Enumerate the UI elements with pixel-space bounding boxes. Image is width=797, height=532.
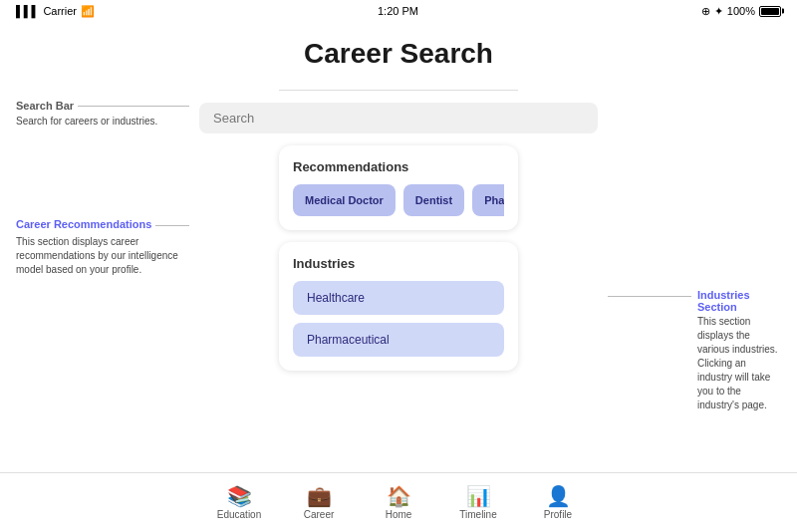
nav-item-career[interactable]: 💼 Career [279, 480, 359, 526]
rec-chip-medical-doctor[interactable]: Medical Doctor [293, 184, 396, 216]
industries-annotation-line-wrapper: Industries Section This section displays… [608, 289, 781, 412]
status-right: ⊕ ✦ 100% [701, 5, 781, 18]
rec-chip-dentist[interactable]: Dentist [403, 184, 464, 216]
page-title: Career Search [0, 38, 797, 70]
rec-chip-pha[interactable]: Pha... [472, 184, 504, 216]
education-icon: 📚 [227, 486, 252, 506]
page-title-wrapper: Career Search [0, 38, 797, 70]
home-label: Home [386, 509, 412, 520]
profile-label: Profile [544, 509, 572, 520]
career-rec-h-line [155, 225, 189, 226]
career-rec-annotation-text: This section displays career recommendat… [16, 235, 189, 277]
industries-annotation-wrapper: Industries Section This section displays… [608, 289, 781, 412]
search-input[interactable] [199, 103, 598, 133]
recommendations-row: Medical Doctor Dentist Pha... [293, 184, 504, 216]
career-label: Career [304, 509, 335, 520]
education-label: Education [217, 509, 261, 520]
industries-h-line [608, 296, 691, 297]
search-bar-annotation: Search Bar Search for careers or industr… [16, 100, 189, 129]
industries-annotation-text: This section displays the various indust… [697, 315, 781, 412]
recommendations-title: Recommendations [293, 159, 504, 174]
nav-item-profile[interactable]: 👤 Profile [518, 480, 598, 526]
location-icon: ⊕ [701, 5, 710, 18]
career-rec-annotation: Career Recommendations This section disp… [16, 218, 189, 277]
status-carrier: ▌▌▌ Carrier 📶 [16, 5, 95, 18]
nav-item-education[interactable]: 📚 Education [199, 480, 279, 526]
center-phone: Recommendations Medical Doctor Dentist P… [199, 90, 598, 412]
industries-annotation-title: Industries Section [697, 289, 781, 313]
right-annotations: Industries Section This section displays… [598, 90, 797, 412]
industries-annotation: Industries Section This section displays… [697, 289, 781, 412]
status-bar: ▌▌▌ Carrier 📶 1:20 PM ⊕ ✦ 100% [0, 0, 797, 22]
industries-card: Industries Healthcare Pharmaceutical [279, 242, 518, 371]
carrier-label: Carrier [43, 5, 77, 17]
wifi-icon: 📶 [81, 5, 95, 18]
signal-icon: ▌▌▌ [16, 5, 39, 17]
industry-item-pharmaceutical[interactable]: Pharmaceutical [293, 323, 504, 357]
main-layout: Search Bar Search for careers or industr… [0, 90, 797, 412]
industry-item-healthcare[interactable]: Healthcare [293, 281, 504, 315]
timeline-label: Timeline [459, 509, 496, 520]
battery-icon [759, 6, 781, 17]
career-icon: 💼 [307, 486, 332, 506]
home-icon: 🏠 [387, 486, 411, 506]
bluetooth-icon: ✦ [714, 5, 723, 18]
search-bar-h-line [78, 106, 189, 107]
career-rec-annotation-line: Career Recommendations [16, 218, 189, 232]
industries-title: Industries [293, 256, 504, 271]
timeline-icon: 📊 [466, 486, 491, 506]
nav-item-home[interactable]: 🏠 Home [359, 480, 438, 526]
nav-item-timeline[interactable]: 📊 Timeline [438, 480, 518, 526]
battery-fill [761, 8, 779, 15]
status-time: 1:20 PM [378, 5, 418, 17]
title-divider [279, 90, 518, 91]
left-annotations: Search Bar Search for careers or industr… [0, 90, 199, 412]
recommendations-card: Recommendations Medical Doctor Dentist P… [279, 145, 518, 230]
search-bar-annotation-line: Search Bar [16, 100, 189, 112]
profile-icon: 👤 [546, 486, 571, 506]
search-bar-annotation-text: Search for careers or industries. [16, 115, 189, 129]
battery-label: 100% [727, 5, 755, 17]
career-rec-annotation-title: Career Recommendations [16, 218, 151, 230]
bottom-nav: 📚 Education 💼 Career 🏠 Home 📊 Timeline 👤… [0, 472, 797, 532]
search-bar-annotation-title: Search Bar [16, 100, 74, 112]
